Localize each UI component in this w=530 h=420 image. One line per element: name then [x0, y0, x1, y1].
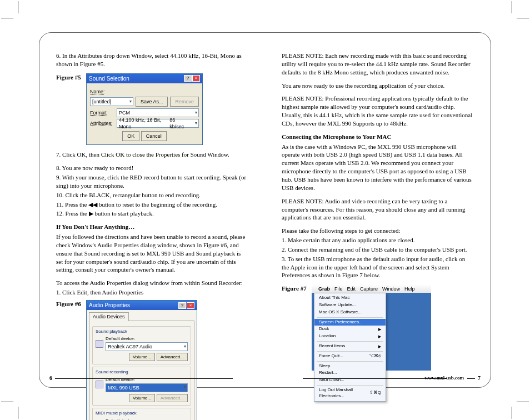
save-as-button[interactable]: Save As...: [136, 97, 168, 107]
step-12: 12. Press the ▶ button to start playback…: [56, 209, 248, 218]
name-label: Name:: [90, 88, 114, 95]
step-11: 11. Press the ◀◀ button to reset to the …: [56, 201, 248, 209]
menu-location[interactable]: Location▶: [314, 333, 386, 340]
remove-button: Remove: [170, 97, 199, 107]
menu-software-update[interactable]: Software Update...: [314, 302, 386, 309]
menu-help[interactable]: Help: [404, 286, 415, 292]
page-number-right: 7: [478, 374, 481, 382]
dialog-title: Sound Selection: [89, 75, 129, 83]
midi-playback-group: MIDI music playback Default device: Micr…: [92, 408, 191, 420]
menu-window[interactable]: Window: [382, 286, 400, 292]
subhead-no-sound: If You Don't Hear Anything…: [56, 223, 248, 231]
mac-step-2: 2. Connect the remaining end of the USB …: [282, 246, 474, 254]
steps-intro: Please take the following steps to get c…: [282, 227, 474, 235]
help-icon[interactable]: ?: [184, 75, 192, 82]
microphone-icon: [96, 381, 103, 388]
step-7: 7. Click OK, then Click OK to close the …: [56, 151, 248, 159]
menu-sleep[interactable]: Sleep: [314, 363, 386, 370]
sound-recording-group: Sound recording Default device: MXL 990 …: [92, 367, 191, 406]
note-3: PLEASE NOTE: Audio and video recording c…: [282, 197, 474, 222]
menu-force-quit[interactable]: Force Quit...⌥⌘⎋: [314, 353, 386, 360]
advanced-button[interactable]: Advanced...: [157, 353, 188, 361]
sound-selection-dialog: Sound Selection ? × Name: [untitled] Sav…: [86, 73, 203, 146]
dialog-title: Audio Properties: [89, 302, 130, 309]
close-icon[interactable]: ×: [192, 75, 200, 82]
dialog-titlebar: Audio Properties ? ×: [87, 301, 197, 311]
close-icon[interactable]: ×: [187, 302, 194, 309]
menu-logout[interactable]: Log Out Marshall Electronics...⇧⌘Q: [314, 387, 386, 400]
note-2: PLEASE NOTE: Professional recording appl…: [282, 94, 474, 127]
apple-menu: About This Mac Software Update... Mac OS…: [314, 293, 386, 401]
figure5-label: Figure #5: [56, 73, 86, 82]
name-combo[interactable]: [untitled]: [90, 97, 133, 106]
website-url: www.mxl-usb.com: [424, 374, 464, 381]
menu-grab[interactable]: Grab: [318, 286, 330, 292]
page-6: 6. In the Attributes drop down Window, s…: [39, 33, 265, 387]
step-10: 10. Click the BLACK, rectangular button …: [56, 191, 248, 199]
page-number-left: 6: [49, 374, 52, 382]
page-7: PLEASE NOTE: Each new recording made wit…: [265, 33, 491, 387]
figure6-label: Figure #6: [56, 300, 86, 308]
mac-screenshot: Grab File Edit Capture Window Help About…: [312, 284, 431, 371]
dialog-titlebar: Sound Selection ? ×: [87, 74, 202, 84]
menu-system-preferences[interactable]: System Preferences...: [314, 319, 386, 326]
menu-file[interactable]: File: [334, 286, 343, 292]
audio-properties-dialog: Audio Properties ? × Audio Devices Sound…: [86, 300, 197, 420]
troubleshoot-para: If you followed the directions and have …: [56, 233, 248, 274]
format-combo[interactable]: PCM: [117, 108, 199, 117]
step-6: 6. In the Attributes drop down Window, s…: [56, 52, 248, 68]
volume-button[interactable]: Volume...: [129, 353, 155, 361]
figure7-label: Figure #7: [282, 284, 312, 293]
subhead-mac: Connecting the Microphone to Your MAC: [282, 133, 474, 141]
ok-button[interactable]: OK: [122, 131, 139, 141]
mac-step-3: 3. To set the USB microphone as the defa…: [282, 255, 474, 280]
ready-para: You are now ready to use the recording a…: [282, 82, 474, 90]
help-icon[interactable]: ?: [178, 302, 186, 309]
menu-restart[interactable]: Restart...: [314, 369, 386, 377]
note-1: PLEASE NOTE: Each new recording made wit…: [282, 52, 474, 77]
menu-about[interactable]: About This Mac: [314, 294, 386, 302]
edit-step: 1. Click Edit, then Audio Properties: [56, 288, 248, 297]
attributes-combo[interactable]: 44.100 kHz, 16 Bit, Mono 86 kb/sec: [117, 119, 199, 128]
menu-edit[interactable]: Edit: [347, 286, 356, 292]
cancel-button[interactable]: Cancel: [141, 131, 167, 141]
recording-device-combo[interactable]: MXL 990 USB: [106, 383, 188, 392]
format-label: Format:: [90, 109, 114, 116]
sound-playback-group: Sound playback Default device: Realtek A…: [92, 326, 191, 365]
attributes-label: Attributes:: [90, 120, 114, 127]
mac-para: As is the case with a Windows PC, the MX…: [282, 143, 474, 192]
access-para: To access the Audio Properties dialog wi…: [56, 279, 248, 287]
speaker-icon: [96, 340, 103, 348]
step-9: 9. With your mouse, click the RED record…: [56, 173, 248, 190]
mac-menubar: Grab File Edit Capture Window Help: [312, 284, 431, 293]
menu-recent-items[interactable]: Recent Items▶: [314, 343, 386, 350]
menu-osx-software[interactable]: Mac OS X Software...: [314, 309, 386, 316]
menu-dock[interactable]: Dock▶: [314, 326, 386, 333]
playback-device-combo[interactable]: Realtek AC97 Audio: [106, 342, 188, 351]
advanced-button: Advanced...: [157, 394, 188, 402]
step-8: 8. You are now ready to record!: [56, 164, 248, 172]
tab-audio-devices[interactable]: Audio Devices: [89, 312, 129, 321]
mac-step-1: 1. Make certain that any audio applicati…: [282, 236, 474, 244]
volume-button[interactable]: Volume...: [129, 394, 155, 402]
menu-capture[interactable]: Capture: [360, 286, 378, 292]
